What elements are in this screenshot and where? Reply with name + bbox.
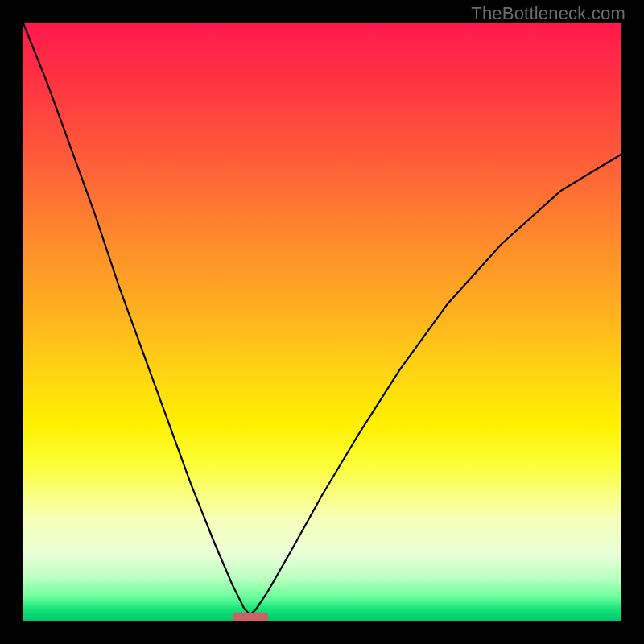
- chart-frame: TheBottleneck.com: [0, 0, 644, 644]
- minimum-marker: [233, 613, 269, 621]
- plot-area: [23, 23, 621, 621]
- bottleneck-curve: [23, 23, 621, 615]
- watermark-text: TheBottleneck.com: [0, 3, 644, 24]
- chart-overlay: [23, 23, 621, 621]
